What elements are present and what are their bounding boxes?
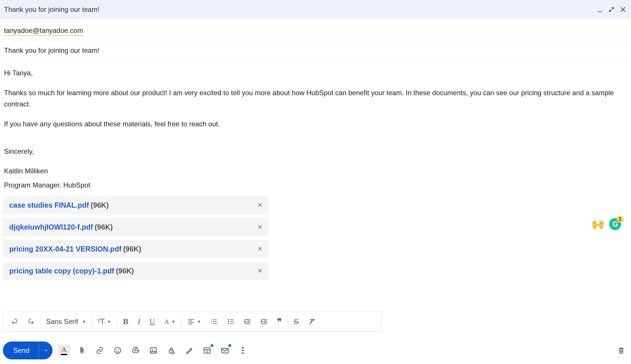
body-signoff: Sincerely, (4, 146, 627, 157)
bullet-list-button[interactable] (222, 315, 239, 328)
attachment-size: (96K) (116, 267, 134, 275)
grammarly-icon[interactable]: G (609, 218, 621, 230)
indent-more-button[interactable] (256, 315, 273, 328)
attachment-name[interactable]: case studies FINAL.pdf (9, 201, 89, 209)
minimize-icon[interactable] (596, 5, 604, 14)
remove-attachment-icon[interactable]: × (258, 244, 262, 254)
confidential-mode-button[interactable] (166, 345, 177, 356)
clear-formatting-button[interactable] (303, 315, 321, 328)
send-options-button[interactable] (39, 342, 52, 359)
insert-drive-button[interactable] (130, 345, 141, 356)
body-name: Kaitlin Milliken (4, 166, 627, 177)
subject-row[interactable]: Thank you for joining our team! (0, 40, 631, 61)
body-p1: Thanks so much for learning more about o… (4, 87, 627, 110)
font-name: Sans Serif (46, 318, 78, 326)
quote-button[interactable]: ❞ (273, 315, 286, 328)
layouts-button[interactable] (201, 345, 213, 356)
attachment-size: (96K) (91, 201, 109, 209)
insert-emoji-button[interactable] (112, 345, 123, 356)
bottom-bar: Send A (3, 340, 627, 361)
window-controls (596, 5, 627, 14)
compose-titlebar: Thank you for joining our team! (0, 0, 631, 19)
indent-less-button[interactable] (239, 315, 256, 328)
svg-point-8 (118, 349, 119, 350)
chevron-down-icon: ▼ (107, 319, 111, 324)
text-color-button[interactable]: A▼ (159, 315, 180, 328)
attachment-name[interactable]: pricing table copy (copy)-1.pdf (9, 267, 114, 275)
insert-link-button[interactable] (94, 345, 106, 356)
insert-signature-button[interactable] (183, 345, 195, 356)
email-body[interactable]: Hi Tanya, Thanks so much for learning mo… (0, 61, 631, 191)
chevron-down-icon: ▼ (82, 319, 86, 324)
redo-button[interactable] (23, 315, 40, 328)
attach-file-button[interactable] (76, 345, 88, 356)
remove-attachment-icon[interactable]: × (258, 222, 262, 232)
italic-button[interactable]: I (133, 315, 145, 328)
svg-rect-14 (222, 348, 228, 353)
svg-point-17 (242, 352, 244, 354)
svg-point-15 (242, 347, 244, 349)
attachment-item[interactable]: pricing table copy (copy)-1.pdf (96K) × (3, 262, 269, 280)
chevron-down-icon: ▼ (197, 319, 201, 324)
send-button-group: Send (3, 342, 52, 359)
attachment-item[interactable]: case studies FINAL.pdf (96K) × (3, 196, 269, 214)
font-select[interactable]: Sans Serif ▼ (42, 318, 90, 326)
extension-icons: 🙌 G (591, 218, 621, 230)
discard-draft-button[interactable] (615, 345, 627, 356)
formatting-toggle-button[interactable]: A (58, 345, 70, 356)
chevron-down-icon: ▼ (172, 319, 176, 324)
align-button[interactable]: ▼ (183, 315, 206, 328)
format-toolbar: Sans Serif ▼ TT ▼ B I U A▼ ▼ 123 ❞ S (3, 312, 382, 332)
undo-button[interactable] (6, 315, 23, 328)
strikethrough-button[interactable]: S (289, 315, 303, 328)
svg-point-5 (228, 323, 229, 324)
attachment-item[interactable]: djqkeiuwhjIOWl120-f.pdf (96K) × (3, 218, 269, 236)
attachment-item[interactable]: pricing 20XX-04-21 VERSION.pdf (96K) × (3, 240, 269, 258)
recipient-row[interactable]: tanyadoe@tanyadoe.com (0, 19, 631, 40)
svg-rect-9 (151, 348, 157, 353)
attachment-name[interactable]: pricing 20XX-04-21 VERSION.pdf (9, 245, 121, 253)
subject-text[interactable]: Thank you for joining our team! (4, 46, 99, 54)
mailmerge-button[interactable] (219, 345, 231, 356)
compose-title: Thank you for joining our team! (4, 5, 596, 14)
svg-point-10 (152, 349, 153, 350)
close-icon[interactable] (619, 5, 627, 14)
svg-point-7 (116, 349, 117, 350)
compose-actions: A (58, 345, 249, 356)
font-size-button[interactable]: TT ▼ (93, 315, 116, 328)
svg-point-4 (228, 321, 229, 322)
body-greeting: Hi Tanya, (4, 67, 627, 79)
attachments-list: case studies FINAL.pdf (96K) × djqkeiuwh… (0, 194, 271, 280)
raised-hands-icon[interactable]: 🙌 (591, 218, 604, 230)
send-button[interactable]: Send (3, 342, 39, 359)
insert-photo-button[interactable] (148, 345, 159, 356)
remove-attachment-icon[interactable]: × (258, 266, 262, 275)
svg-point-16 (242, 350, 244, 351)
svg-text:3: 3 (211, 322, 212, 325)
more-options-button[interactable] (237, 345, 249, 356)
svg-point-6 (115, 348, 121, 354)
svg-point-3 (228, 319, 229, 320)
underline-button[interactable]: U (145, 315, 160, 328)
remove-attachment-icon[interactable]: × (258, 200, 262, 210)
recipient-chip[interactable]: tanyadoe@tanyadoe.com (4, 27, 83, 36)
attachment-name[interactable]: djqkeiuwhjIOWl120-f.pdf (9, 223, 93, 231)
body-p2: If you have any questions about these ma… (4, 119, 627, 130)
bold-button[interactable]: B (119, 315, 133, 328)
numbered-list-button[interactable]: 123 (206, 315, 222, 328)
restore-icon[interactable] (607, 5, 615, 14)
attachment-size: (96K) (123, 245, 141, 253)
attachment-size: (96K) (95, 223, 113, 231)
body-role: Program Manager, HubSpot (4, 180, 627, 191)
